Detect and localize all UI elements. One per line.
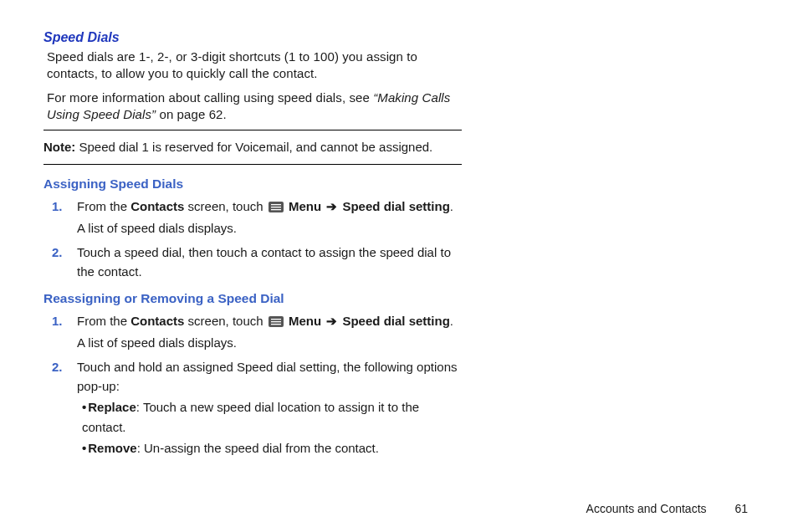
footer-section-name: Accounts and Contacts (586, 502, 707, 515)
rstep1-speed-dial-setting: Speed dial setting (342, 314, 449, 328)
rstep1-text-c: screen, touch (184, 314, 266, 328)
intro2-post: on page 62. (156, 107, 227, 121)
reassign-step-1: 1. From the Contacts screen, touch Menu … (77, 311, 462, 352)
arrow-icon: ➔ (326, 199, 337, 213)
intro2-pre: For more information about calling using… (47, 90, 373, 105)
rstep1-text-a: From the (77, 314, 130, 328)
svg-rect-6 (271, 321, 281, 322)
subheading-assigning: Assigning Speed Dials (43, 176, 462, 192)
assign-step-2: 2. Touch a speed dial, then touch a cont… (77, 243, 462, 282)
step-number: 2. (52, 357, 63, 376)
step-number: 1. (52, 311, 63, 330)
svg-rect-2 (271, 207, 281, 207)
intro-paragraph-1: Speed dials are 1-, 2-, or 3-digit short… (47, 49, 462, 83)
svg-rect-5 (271, 319, 281, 320)
menu-icon (269, 198, 284, 217)
step-number: 2. (52, 243, 63, 262)
subheading-reassigning: Reassigning or Removing a Speed Dial (43, 291, 462, 306)
step1-speed-dial-setting: Speed dial setting (342, 199, 449, 213)
intro-paragraph-2: For more information about calling using… (47, 90, 462, 124)
reassign-step-2: 2. Touch and hold an assigned Speed dial… (77, 357, 462, 458)
arrow-icon: ➔ (326, 314, 337, 328)
svg-rect-3 (271, 209, 281, 210)
step1-contacts: Contacts (130, 199, 184, 213)
step1-text-a: From the (77, 199, 130, 213)
note-block: Note: Speed dial 1 is reserved for Voice… (43, 130, 462, 165)
bullet-remove-text: : Un-assign the speed dial from the cont… (137, 441, 379, 455)
note-text: Speed dial 1 is reserved for Voicemail, … (75, 140, 432, 154)
bullet-replace: •Replace: Touch a new speed dial locatio… (77, 397, 462, 437)
step1-text-c: screen, touch (184, 199, 266, 213)
menu-icon (269, 313, 284, 332)
svg-rect-7 (271, 324, 281, 325)
bullet-remove: •Remove: Un-assign the speed dial from t… (77, 438, 462, 458)
assign-step-1: 1. From the Contacts screen, touch Menu … (77, 197, 462, 238)
bullet-replace-label: Replace (88, 400, 136, 414)
step-number: 1. (52, 197, 63, 216)
step1-menu-label: Menu (289, 199, 321, 213)
rstep1-contacts: Contacts (130, 314, 184, 328)
footer-page-number: 61 (734, 502, 748, 515)
bullet-dot: • (82, 441, 86, 455)
page-footer: Accounts and Contacts 61 (586, 502, 748, 515)
step2-text: Touch a speed dial, then touch a contact… (77, 245, 451, 279)
rstep2-text: Touch and hold an assigned Speed dial se… (77, 360, 458, 393)
svg-rect-1 (271, 204, 281, 205)
section-heading: Speed Dials (43, 30, 462, 45)
rstep1-menu-label: Menu (289, 314, 321, 328)
bullet-dot: • (82, 400, 86, 414)
bullet-remove-label: Remove (88, 441, 136, 455)
note-label: Note: (43, 140, 75, 154)
